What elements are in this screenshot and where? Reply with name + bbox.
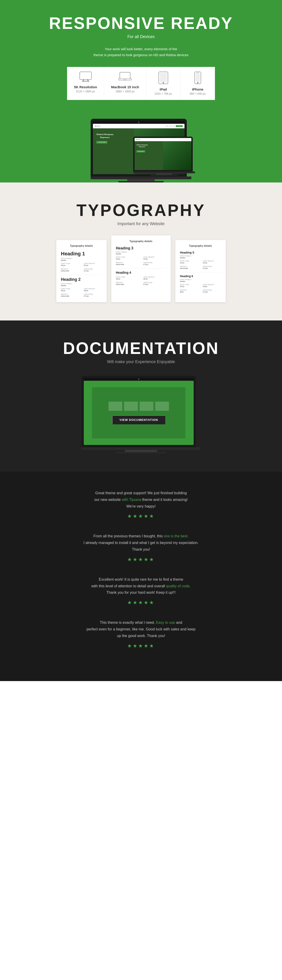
typography-subtitle: Important for any Website bbox=[14, 221, 268, 226]
testimonial-3-highlight: quality of code. bbox=[166, 584, 191, 588]
tablet-mockup-preview: 🌿 THEME Medical MarijuanaDispensary LEAR… bbox=[133, 137, 195, 176]
heading-1-label: Heading 1 bbox=[61, 251, 102, 257]
docs-mini-card-1 bbox=[108, 402, 122, 411]
typo-card-right-title: Typography details bbox=[180, 245, 221, 247]
device-5k-res: 5120 × 2880 px bbox=[76, 90, 95, 93]
docs-laptop-screen: VIEW DOCUMENTATION bbox=[84, 381, 194, 445]
testimonial-1: Great theme and great support! We just f… bbox=[46, 490, 236, 519]
testimonial-2-highlight: one is the best. bbox=[164, 534, 189, 538]
heading-4-label: Heading 4 bbox=[116, 271, 166, 274]
docs-screen-inner: VIEW DOCUMENTATION bbox=[92, 387, 185, 439]
svg-rect-9 bbox=[124, 80, 126, 80]
testimonial-1-stars: ★★★★★ bbox=[46, 513, 236, 519]
device-macbook-res: 2880 × 1800 px bbox=[116, 90, 135, 93]
docs-laptop-foot bbox=[116, 452, 166, 453]
view-documentation-button[interactable]: VIEW DOCUMENTATION bbox=[112, 415, 165, 424]
testimonial-2: From all the previous themes I bought, t… bbox=[46, 533, 236, 562]
documentation-section: DOCUMENTATION Will make your Experience … bbox=[0, 320, 282, 471]
typo-card-right: Typography details Heading 5 FONT FAMILY… bbox=[175, 240, 226, 302]
docs-mini-card-3 bbox=[139, 402, 154, 411]
monitor-icon bbox=[79, 72, 92, 83]
docs-mini-cards bbox=[108, 402, 169, 411]
svg-rect-12 bbox=[160, 73, 167, 82]
typography-title: TYPOGRAPHY bbox=[14, 201, 268, 220]
testimonial-1-highlight: with Tijuana bbox=[122, 498, 141, 501]
laptop-icon bbox=[118, 72, 132, 83]
testimonial-4-stars: ★★★★★ bbox=[46, 643, 236, 649]
svg-rect-6 bbox=[120, 72, 130, 79]
typography-section: TYPOGRAPHY Important for any Website Typ… bbox=[0, 183, 282, 320]
documentation-subtitle: Will make your Experience Enjoyable bbox=[14, 360, 268, 364]
device-ipad-res: 1024 × 768 px bbox=[155, 92, 172, 95]
responsive-description: Your work will look better, every elemen… bbox=[9, 46, 273, 58]
device-iphone: iPhone 960 × 640 px bbox=[181, 67, 215, 100]
documentation-title: DOCUMENTATION bbox=[14, 339, 268, 358]
testimonial-1-text: Great theme and great support! We just f… bbox=[46, 490, 236, 510]
phone-icon bbox=[194, 72, 201, 85]
device-macbook-name: MacBook 15 inch bbox=[111, 85, 139, 89]
svg-rect-1 bbox=[80, 72, 91, 79]
testimonial-4-highlight: Easy to use bbox=[156, 620, 175, 624]
heading-5-label: Heading 5 bbox=[180, 251, 221, 254]
devices-row: 5K Resolution 5120 × 2880 px MacBook 15 … bbox=[9, 67, 273, 100]
responsive-section: RESPONSIVE READY For all Devices Your wo… bbox=[0, 0, 282, 183]
typo-card-left: Typography details Heading 1 FONT FAMILY… bbox=[56, 240, 107, 302]
testimonial-3: Excellent work! It is quite rare for me … bbox=[46, 576, 236, 606]
device-iphone-res: 960 × 640 px bbox=[190, 92, 206, 95]
device-ipad-name: iPad bbox=[160, 88, 167, 91]
testimonials-section: Great theme and great support! We just f… bbox=[0, 471, 282, 681]
responsive-subtitle: For all Devices bbox=[9, 34, 273, 39]
typography-cards: Typography details Heading 1 FONT FAMILY… bbox=[14, 240, 268, 302]
heading-3-label: Heading 3 bbox=[116, 246, 166, 250]
typo-card-center-title: Typography details bbox=[116, 240, 166, 243]
screen-nav: 🌿 THEME Home About Shop SEARCH bbox=[93, 124, 184, 128]
typo-card-center: Typography details Heading 3 FONT FAMILY… bbox=[111, 235, 171, 302]
docs-laptop-container: VIEW DOCUMENTATION bbox=[14, 376, 268, 453]
heading-6-label: Heading 6 bbox=[180, 275, 221, 278]
testimonial-2-text: From all the previous themes I bought, t… bbox=[46, 533, 236, 553]
device-macbook: MacBook 15 inch 2880 × 1800 px bbox=[104, 67, 146, 100]
device-iphone-name: iPhone bbox=[192, 88, 203, 91]
tablet-icon bbox=[158, 72, 168, 85]
typo-card-left-title: Typography details bbox=[61, 245, 102, 247]
testimonial-4-text: This theme is exactly what I need. Easy … bbox=[46, 619, 236, 639]
docs-laptop-stand bbox=[125, 450, 157, 452]
testimonial-2-stars: ★★★★★ bbox=[46, 557, 236, 563]
heading-2-label: Heading 2 bbox=[61, 277, 102, 282]
docs-laptop-base bbox=[81, 447, 201, 450]
svg-rect-16 bbox=[196, 73, 200, 82]
device-ipad: iPad 1024 × 768 px bbox=[146, 67, 181, 100]
device-previews: 🌿 THEME Home About Shop SEARCH bbox=[9, 100, 273, 183]
docs-mini-card-2 bbox=[124, 402, 138, 411]
docs-laptop-frame: VIEW DOCUMENTATION bbox=[81, 376, 196, 447]
svg-rect-18 bbox=[196, 72, 199, 73]
device-5k-name: 5K Resolution bbox=[74, 85, 97, 89]
testimonial-3-text: Excellent work! It is quite rare for me … bbox=[46, 576, 236, 596]
testimonial-3-stars: ★★★★★ bbox=[46, 600, 236, 606]
responsive-title: RESPONSIVE READY bbox=[9, 14, 273, 33]
docs-mini-card-4 bbox=[155, 402, 169, 411]
testimonial-4: This theme is exactly what I need. Easy … bbox=[46, 619, 236, 649]
device-5k: 5K Resolution 5120 × 2880 px bbox=[67, 67, 104, 100]
